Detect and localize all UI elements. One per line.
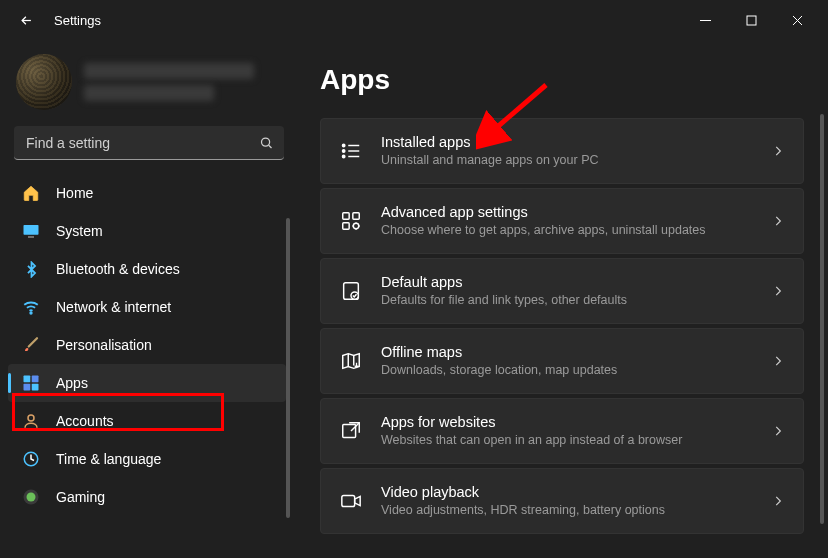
card-desc: Uninstall and manage apps on your PC — [381, 153, 771, 169]
card-title: Offline maps — [381, 343, 771, 361]
main-panel: Apps Installed apps Uninstall and manage… — [290, 40, 828, 558]
svg-point-13 — [27, 493, 36, 502]
svg-point-20 — [353, 223, 359, 229]
apps-icon — [22, 374, 40, 392]
sidebar-item-accounts[interactable]: Accounts — [8, 402, 286, 440]
search-wrap — [14, 126, 284, 160]
person-icon — [22, 412, 40, 430]
search-icon — [259, 136, 274, 151]
sidebar-item-label: Personalisation — [56, 337, 152, 353]
svg-rect-8 — [24, 384, 31, 391]
card-desc: Choose where to get apps, archive apps, … — [381, 223, 771, 239]
svg-rect-6 — [24, 376, 31, 383]
svg-point-10 — [28, 415, 34, 421]
chevron-right-icon — [771, 424, 785, 438]
search-input[interactable] — [14, 126, 284, 160]
svg-rect-1 — [747, 16, 756, 25]
maximize-button[interactable] — [728, 4, 774, 36]
card-apps-for-websites[interactable]: Apps for websites Websites that can open… — [320, 398, 804, 464]
sidebar-item-label: Time & language — [56, 451, 161, 467]
list-icon — [339, 139, 363, 163]
chevron-right-icon — [771, 354, 785, 368]
titlebar: Settings — [0, 0, 828, 40]
svg-rect-18 — [353, 213, 359, 219]
card-offline-maps[interactable]: Offline maps Downloads, storage location… — [320, 328, 804, 394]
video-icon — [339, 489, 363, 513]
svg-point-2 — [262, 138, 270, 146]
card-title: Default apps — [381, 273, 771, 291]
card-default-apps[interactable]: Default apps Defaults for file and link … — [320, 258, 804, 324]
sidebar-item-apps[interactable]: Apps — [8, 364, 286, 402]
window-controls — [682, 4, 820, 36]
grid-gear-icon — [339, 209, 363, 233]
svg-point-16 — [342, 155, 344, 157]
sidebar-item-home[interactable]: Home — [8, 174, 286, 212]
account-text-blurred — [84, 63, 282, 101]
sidebar-item-bluetooth[interactable]: Bluetooth & devices — [8, 250, 286, 288]
sidebar-item-personalisation[interactable]: Personalisation — [8, 326, 286, 364]
card-desc: Downloads, storage location, map updates — [381, 363, 771, 379]
sidebar-item-label: Apps — [56, 375, 88, 391]
svg-rect-19 — [343, 223, 349, 229]
window-title: Settings — [54, 13, 101, 28]
sidebar-item-gaming[interactable]: Gaming — [8, 478, 286, 516]
bluetooth-icon — [22, 260, 40, 278]
svg-point-5 — [30, 312, 32, 314]
brush-icon — [22, 336, 40, 354]
map-download-icon — [339, 349, 363, 373]
sidebar: Home System Bluetooth & devices Network … — [0, 40, 290, 558]
open-external-icon — [339, 419, 363, 443]
sidebar-item-label: Bluetooth & devices — [56, 261, 180, 277]
svg-point-15 — [342, 150, 344, 152]
card-title: Installed apps — [381, 133, 771, 151]
svg-rect-4 — [28, 236, 34, 238]
svg-point-14 — [342, 144, 344, 146]
card-title: Video playback — [381, 483, 771, 501]
sidebar-item-network[interactable]: Network & internet — [8, 288, 286, 326]
back-button[interactable] — [8, 2, 44, 38]
svg-rect-17 — [343, 213, 349, 219]
svg-rect-0 — [700, 20, 711, 21]
card-title: Apps for websites — [381, 413, 771, 431]
sidebar-item-label: System — [56, 223, 103, 239]
svg-rect-24 — [342, 496, 355, 507]
chevron-right-icon — [771, 144, 785, 158]
avatar — [16, 54, 72, 110]
chevron-right-icon — [771, 494, 785, 508]
svg-rect-3 — [24, 225, 39, 235]
home-icon — [22, 184, 40, 202]
chevron-right-icon — [771, 214, 785, 228]
sidebar-item-system[interactable]: System — [8, 212, 286, 250]
svg-rect-7 — [32, 376, 39, 383]
page-title: Apps — [320, 64, 804, 96]
svg-rect-9 — [32, 384, 39, 391]
sidebar-item-label: Network & internet — [56, 299, 171, 315]
svg-rect-23 — [343, 425, 356, 438]
sidebar-item-label: Gaming — [56, 489, 105, 505]
card-video-playback[interactable]: Video playback Video adjustments, HDR st… — [320, 468, 804, 534]
main-scrollbar[interactable] — [820, 114, 824, 524]
card-desc: Video adjustments, HDR streaming, batter… — [381, 503, 771, 519]
account-row[interactable] — [8, 48, 290, 126]
card-desc: Defaults for file and link types, other … — [381, 293, 771, 309]
gaming-icon — [22, 488, 40, 506]
close-button[interactable] — [774, 4, 820, 36]
card-title: Advanced app settings — [381, 203, 771, 221]
card-installed-apps[interactable]: Installed apps Uninstall and manage apps… — [320, 118, 804, 184]
sidebar-item-label: Home — [56, 185, 93, 201]
card-advanced-app-settings[interactable]: Advanced app settings Choose where to ge… — [320, 188, 804, 254]
chevron-right-icon — [771, 284, 785, 298]
nav-list: Home System Bluetooth & devices Network … — [8, 174, 290, 516]
wifi-icon — [22, 298, 40, 316]
card-desc: Websites that can open in an app instead… — [381, 433, 771, 449]
clock-globe-icon — [22, 450, 40, 468]
minimize-button[interactable] — [682, 4, 728, 36]
system-icon — [22, 222, 40, 240]
sidebar-item-label: Accounts — [56, 413, 114, 429]
sidebar-item-time[interactable]: Time & language — [8, 440, 286, 478]
settings-cards: Installed apps Uninstall and manage apps… — [320, 118, 804, 534]
shield-check-icon — [339, 279, 363, 303]
